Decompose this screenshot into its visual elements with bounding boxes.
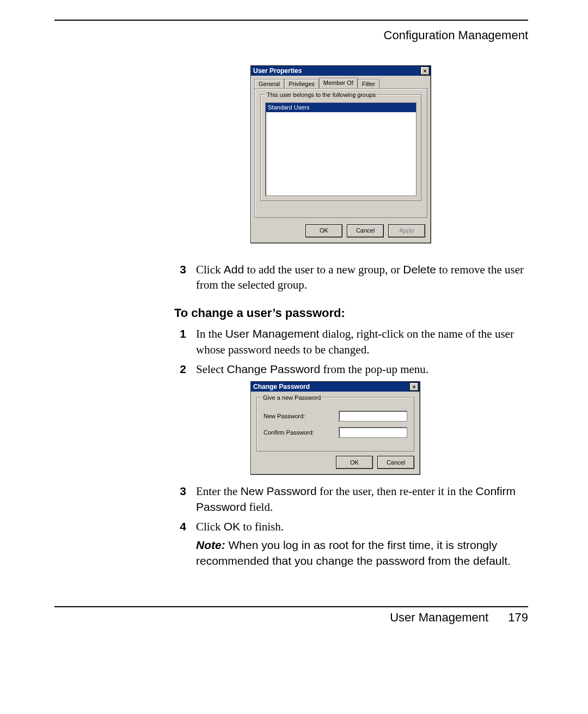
confirm-password-row: Confirm Password: xyxy=(264,427,407,438)
groupbox-legend: This user belongs to the following group… xyxy=(265,91,377,99)
confirm-password-label: Confirm Password: xyxy=(264,429,334,437)
step-number: 4 xyxy=(174,519,186,569)
footer-page-number: 179 xyxy=(508,611,528,624)
step-number: 3 xyxy=(174,262,186,293)
dialog-button-row: OK Cancel xyxy=(251,454,420,474)
text: Click xyxy=(196,263,224,276)
text: to finish. xyxy=(240,520,284,533)
confirm-password-input[interactable] xyxy=(339,427,407,438)
step-number: 1 xyxy=(174,326,186,357)
dialog-title: Change Password xyxy=(253,382,310,391)
text: from the pop-up menu. xyxy=(320,363,428,376)
heading-change-password: To change a user’s password: xyxy=(174,305,528,321)
step-b3: 3 Enter the New Password for the user, t… xyxy=(174,484,528,515)
tab-general[interactable]: General xyxy=(254,79,284,89)
text: field. xyxy=(246,501,273,514)
dialog-title: User Properties xyxy=(253,66,302,75)
tab-privileges[interactable]: Privileges xyxy=(284,79,319,89)
step-number: 3 xyxy=(174,484,186,515)
change-password-dialog: Change Password × Give a new Password Ne… xyxy=(250,381,420,475)
tab-filter[interactable]: Filter xyxy=(358,79,379,89)
note: Note: When you log in as root for the fi… xyxy=(196,538,528,569)
ok-button[interactable]: OK xyxy=(336,456,373,469)
tab-member-of[interactable]: Member Of xyxy=(319,78,358,88)
step-b4: 4 Click OK to finish. Note: When you log… xyxy=(174,519,528,569)
text: Click xyxy=(196,520,224,533)
step-text: In the User Management dialog, right-cli… xyxy=(196,326,528,357)
tab-panel-member-of: This user belongs to the following group… xyxy=(254,88,427,218)
note-text: When you log in as root for the first ti… xyxy=(196,539,511,566)
step-text: Click Add to add the user to a new group… xyxy=(196,262,528,293)
ui-term-add: Add xyxy=(224,263,244,276)
new-password-row: New Password: xyxy=(264,411,407,422)
text: Enter the xyxy=(196,485,241,498)
step-b1: 1 In the User Management dialog, right-c… xyxy=(174,326,528,357)
bottom-rule xyxy=(54,606,528,607)
ui-term-user-management: User Management xyxy=(225,327,320,340)
ui-term-delete: Delete xyxy=(403,263,436,276)
password-groupbox: Give a new Password New Password: Confir… xyxy=(256,397,414,451)
step-text: Click OK to finish. Note: When you log i… xyxy=(196,519,528,569)
user-properties-dialog: User Properties × General Privileges Mem… xyxy=(250,65,431,243)
dialog-titlebar: Change Password × xyxy=(251,382,420,392)
text: to add the user to a new group, or xyxy=(244,263,403,276)
ok-button[interactable]: OK xyxy=(305,224,342,237)
ui-term-ok: OK xyxy=(224,520,240,533)
text: In the xyxy=(196,327,225,340)
cancel-button[interactable]: Cancel xyxy=(347,224,384,237)
apply-button: Apply xyxy=(388,224,425,237)
footer-section: User Management xyxy=(390,611,488,624)
ui-term-change-password: Change Password xyxy=(227,363,321,375)
close-icon[interactable]: × xyxy=(420,66,430,75)
step-b2: 2 Select Change Password from the pop-up… xyxy=(174,362,528,377)
groups-listbox[interactable]: Standard Users xyxy=(265,102,416,196)
groups-groupbox: This user belongs to the following group… xyxy=(260,94,421,201)
note-label: Note: xyxy=(196,539,225,551)
step-a3: 3 Click Add to add the user to a new gro… xyxy=(174,262,528,293)
top-rule xyxy=(54,20,528,21)
step-text: Select Change Password from the pop-up m… xyxy=(196,362,528,377)
new-password-label: New Password: xyxy=(264,412,334,420)
running-head: Configuration Management xyxy=(384,27,528,44)
footer: User Management 179 xyxy=(390,609,528,626)
text: for the user, then re-enter it in the xyxy=(317,485,476,498)
close-icon[interactable]: × xyxy=(409,382,419,391)
list-item[interactable]: Standard Users xyxy=(266,103,416,112)
dialog-titlebar: User Properties × xyxy=(251,66,431,76)
groupbox-legend: Give a new Password xyxy=(261,394,322,402)
tab-strip: General Privileges Member Of Filter xyxy=(254,78,427,88)
step-text: Enter the New Password for the user, the… xyxy=(196,484,528,515)
text: Select xyxy=(196,363,227,376)
cancel-button[interactable]: Cancel xyxy=(377,456,414,469)
dialog-button-row: OK Cancel Apply xyxy=(251,222,431,243)
new-password-input[interactable] xyxy=(339,411,407,422)
ui-term-new-password: New Password xyxy=(241,485,317,497)
step-number: 2 xyxy=(174,362,186,377)
